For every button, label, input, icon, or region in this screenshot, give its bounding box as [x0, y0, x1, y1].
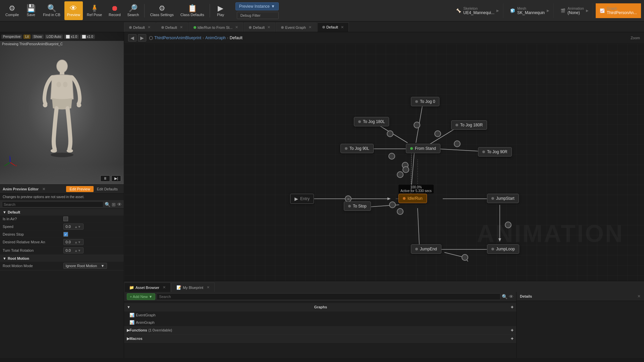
close-anim-editor[interactable]: ✕	[42, 187, 45, 191]
turn-total-input[interactable]: 0.0 ▲▼	[63, 247, 84, 253]
graph-tab-idle-run[interactable]: Idle/Run to From St... ✕	[189, 22, 244, 32]
breadcrumb-link-2[interactable]: AnimGraph	[205, 36, 226, 40]
trans-fromstand-jog180l[interactable]	[387, 130, 393, 137]
trans-jumploop-end[interactable]	[462, 254, 468, 261]
details-close-button[interactable]: ✕	[637, 294, 641, 299]
edit-preview-tab[interactable]: Edit Preview	[66, 186, 93, 192]
is-in-air-checkbox[interactable]	[63, 217, 68, 221]
node-idle-run[interactable]: Idle/Run	[398, 194, 427, 203]
breadcrumb-link-1[interactable]: ThirdPersonAnimBlueprint	[154, 36, 201, 40]
play-pause-button[interactable]: ⏸	[100, 175, 110, 182]
graph-tab-default4[interactable]: Default ✕	[317, 22, 349, 32]
scale1-button[interactable]: ⬜ x1.0	[64, 35, 79, 39]
search-button-small[interactable]: 🔍	[105, 202, 110, 207]
breadcrumb-forward-button[interactable]: ▶	[138, 34, 146, 42]
functions-add-button[interactable]: +	[511, 327, 514, 333]
node-to-jog-180l[interactable]: To Jog 180L	[354, 117, 389, 126]
svg-marker-34	[498, 238, 501, 242]
trans-fromstand-jog90l[interactable]	[388, 153, 395, 160]
trans-fromstand-jog90r[interactable]	[454, 140, 461, 147]
scale2-button[interactable]: ⬜ x1.0	[80, 35, 95, 39]
node-jump-end[interactable]: JumpEnd	[411, 244, 441, 254]
tab-close-1[interactable]: ✕	[148, 25, 151, 29]
macros-section-header[interactable]: ▶ Macros +	[124, 335, 516, 343]
desires-stop-checkbox[interactable]	[63, 232, 68, 237]
node-to-jog-90r[interactable]: To Jog 90R	[478, 147, 512, 157]
node-jump-start[interactable]: JumpStart	[487, 194, 519, 203]
tab-close-3[interactable]: ✕	[267, 25, 270, 29]
my-blueprint-tab[interactable]: 📝 My Blueprint ✕	[171, 283, 215, 292]
animation-selector[interactable]: 🎬 Animation (None) ▶	[556, 3, 593, 18]
trans-fromstand-jog0[interactable]	[414, 122, 420, 128]
lit-button[interactable]: Lit	[23, 35, 31, 39]
desired-rel-input[interactable]: 0.0 ▲▼	[63, 239, 84, 245]
trans-jumpstart-loop[interactable]	[505, 222, 512, 228]
eye-button[interactable]: 👁	[117, 202, 122, 207]
graph-tab-default1[interactable]: Default ✕	[124, 22, 156, 32]
tab-close-2[interactable]: ✕	[180, 25, 183, 29]
trans-idle-down[interactable]	[397, 208, 404, 215]
node-jump-loop[interactable]: JumpLoop	[487, 244, 519, 254]
class-defaults-button[interactable]: 📋 Class Defaults	[178, 1, 207, 20]
asset-browser-close[interactable]: ✕	[163, 285, 166, 290]
edit-defaults-tab[interactable]: Edit Defaults	[94, 186, 121, 192]
graphs-add-button[interactable]: +	[511, 304, 514, 310]
anim-search-input[interactable]	[2, 201, 103, 207]
functions-section-header[interactable]: ▶ Functions (1 Overridable) +	[124, 326, 516, 335]
graphs-section-header[interactable]: ▼ Graphs +	[124, 303, 516, 311]
speed-input[interactable]: 0.0 ▲▼	[63, 224, 84, 230]
my-blueprint-close[interactable]: ✕	[207, 285, 210, 290]
tab-close-4[interactable]: ✕	[341, 25, 344, 29]
filter-button[interactable]: ⊞	[112, 202, 116, 207]
class-settings-button[interactable]: ⚙ Class Settings	[147, 1, 176, 20]
desires-stop-label: Desires Stop	[3, 232, 61, 236]
anim-graph-item[interactable]: 📊 AnimGraph	[124, 319, 516, 326]
node-to-stop[interactable]: To Stop	[344, 201, 371, 211]
root-motion-mode-dropdown[interactable]: Ignore Root Motion ▼	[63, 263, 107, 269]
root-motion-header[interactable]: ▼ Root Motion	[0, 255, 124, 262]
animation-graph-canvas[interactable]: ⇒ ▶ Entry 100.0	[124, 44, 644, 281]
node-to-jog-0[interactable]: To Jog 0	[411, 97, 439, 106]
macros-add-button[interactable]: +	[511, 336, 514, 341]
graph-tab-event[interactable]: Event Graph ✕	[276, 22, 317, 32]
step-forward-button[interactable]: ▶|	[111, 175, 121, 182]
preview-button[interactable]: 👁 Preview	[64, 1, 83, 20]
trans-idle-stop[interactable]	[389, 201, 396, 208]
tab-dot-idle	[194, 26, 196, 29]
node-entry[interactable]: ▶ Entry	[290, 194, 314, 204]
asset-browser-search[interactable]	[157, 293, 500, 300]
skeleton-selector[interactable]: 🦴 Skeleton UE4_Mannequi... ▶	[452, 3, 503, 18]
save-button[interactable]: 💾 Save	[23, 1, 39, 20]
asset-search-button[interactable]: 🔍	[502, 294, 507, 299]
breadcrumb-back-button[interactable]: ◀	[128, 34, 137, 42]
record-button[interactable]: ⏺ Record	[106, 1, 123, 20]
event-graph-item[interactable]: 📊 EventGraph	[124, 311, 516, 319]
graph-tab-default3[interactable]: Default ✕	[244, 22, 275, 32]
tab-close-event[interactable]: ✕	[309, 25, 312, 29]
play-button[interactable]: ▶ Play	[213, 1, 229, 20]
add-new-button[interactable]: + Add New ▼	[127, 293, 155, 300]
mesh-selector[interactable]: 🧊 Mesh SK_Mannequin ▶	[506, 3, 554, 18]
tab-close-idle[interactable]: ✕	[235, 25, 238, 29]
default-section-header[interactable]: ▼ Default	[0, 209, 124, 216]
node-to-jog-180r[interactable]: To Jog 180R	[451, 120, 487, 130]
node-to-jog-90l[interactable]: To Jog 90L	[340, 144, 374, 153]
preview-instance-button[interactable]: Preview Instance ▼	[235, 2, 279, 10]
compile-button[interactable]: ⚙ Compile	[3, 1, 21, 20]
trans-idle-up[interactable]	[397, 171, 404, 178]
lod-button[interactable]: LOD Auto	[45, 35, 63, 39]
asset-filter-button[interactable]: 👁	[509, 294, 514, 299]
find-in-cb-button[interactable]: 🔍 Find in CB	[40, 1, 63, 20]
ref-pose-button[interactable]: 🧍 Ref Pose	[84, 1, 105, 20]
show-button[interactable]: Show	[32, 35, 44, 39]
search-button[interactable]: 🔎 Search	[125, 1, 142, 20]
node-from-stand[interactable]: From Stand	[406, 144, 440, 153]
trans-entry-idle[interactable]: ⇒	[345, 195, 352, 202]
perspective-button[interactable]: Perspective	[1, 35, 22, 39]
trans-idle-jumpstart[interactable]	[402, 166, 409, 173]
debug-filter-button[interactable]: Debug Filter	[237, 12, 279, 19]
asset-browser-tab[interactable]: 📁 Asset Browser ✕	[124, 283, 171, 292]
graph-selector[interactable]: 📈 Graph ThirdPersonAn...	[596, 3, 641, 18]
trans-fromstand-jog180r[interactable]	[434, 130, 441, 137]
graph-tab-default2[interactable]: Default ✕	[156, 22, 188, 32]
